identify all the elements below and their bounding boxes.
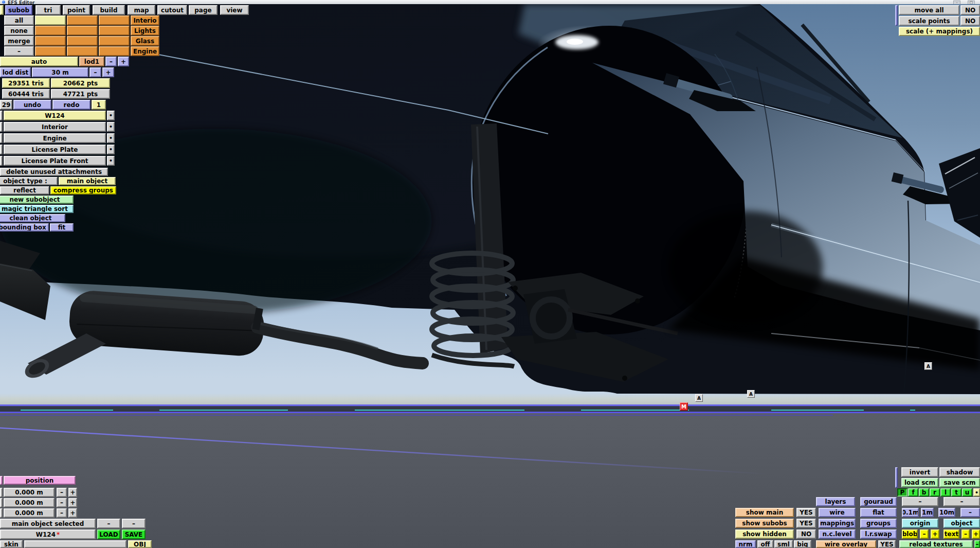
attachment-license-plate-front[interactable]: License Plate Front [4,156,106,166]
save-button[interactable]: SAVE [122,529,146,539]
vertex-marker-m[interactable]: M [680,402,688,411]
proj-button-r[interactable]: r [930,488,940,497]
position-z-plus[interactable]: + [68,508,77,518]
delete-unused-attachments-button[interactable]: delete unused attachments [0,168,108,176]
position-z-value[interactable]: 0.000 m [4,508,55,518]
vertex-marker-a1[interactable]: A [695,394,703,402]
show-subobs-label[interactable]: show subobs [735,519,794,528]
blob-plus[interactable]: + [931,529,939,539]
object-bullet[interactable]: • [107,145,115,154]
object-main-w124[interactable]: W124 [4,111,106,120]
grid-10m-button[interactable]: 10m [938,508,955,517]
nc-level-button[interactable]: n.c.level [819,529,856,539]
show-hidden-toggle[interactable]: NO [796,529,816,539]
attachment-interior[interactable]: Interior [4,122,106,132]
new-subobject-button[interactable]: new subobject [0,196,74,204]
merge-button[interactable]: merge [4,36,34,46]
nrm-off-button[interactable]: off [757,540,773,548]
reload-textures-minus[interactable]: – [974,540,980,548]
obj-export-button[interactable]: OBJ [128,540,152,548]
layer-cell[interactable] [67,15,98,25]
layer-label-lights[interactable]: Lights [131,26,159,36]
proj-button-l[interactable]: l [940,488,951,497]
gouraud-button[interactable]: gouraud [860,497,897,506]
dash-button-1[interactable]: – [902,497,938,506]
wire-button[interactable]: wire [819,508,856,517]
wire-overlay-label[interactable]: wire overlay [816,540,876,548]
proj-button-p[interactable]: P [897,488,908,497]
layer-cell[interactable] [35,36,66,46]
maximize-button[interactable]: ▢ [968,1,975,4]
skin-button[interactable]: skin [0,540,23,548]
clean-object-button[interactable]: clean object [0,214,65,222]
origin-button[interactable]: origin [902,519,938,528]
selection-dash-1[interactable]: – [97,519,120,528]
layer-cell[interactable] [67,36,98,46]
vertex-marker-a2[interactable]: A [747,390,755,398]
nrm-button[interactable]: nrm [735,540,756,548]
grid-01m-button[interactable]: 0.1m [902,508,919,517]
blob-minus[interactable]: – [920,529,929,539]
load-scm-button[interactable]: load scm [901,478,938,487]
object-type-value[interactable]: main object [59,177,116,185]
groups-button[interactable]: groups [860,519,897,528]
bounding-box-button[interactable]: bounding box [0,223,49,232]
undo-button[interactable]: undo [13,100,51,110]
show-main-label[interactable]: show main [735,508,794,517]
compress-groups-button[interactable]: compress groups [50,186,116,195]
reflect-button[interactable]: reflect [0,186,49,195]
object-bullet[interactable]: • [107,156,115,166]
layer-cell[interactable] [35,26,66,36]
grid-dash-button[interactable]: – [960,508,980,517]
grid-minus-button[interactable]: – [4,46,34,56]
skin-value-field[interactable] [24,540,126,548]
select-none-button[interactable]: none [4,26,34,36]
proj-dot-button[interactable]: • [973,488,980,497]
lod-dist-value[interactable]: 30 m [32,67,88,77]
invert-button[interactable]: invert [901,467,938,477]
object-bullet[interactable]: • [107,122,115,132]
scale-points-toggle[interactable]: NO [960,16,980,26]
wire-overlay-toggle[interactable]: YES [878,540,896,548]
move-all-button[interactable]: move all [899,5,959,15]
position-z-minus[interactable]: – [57,508,67,518]
nrm-sml-button[interactable]: sml [774,540,793,548]
position-y-minus[interactable]: – [57,498,67,507]
attachment-engine[interactable]: Engine [4,133,106,143]
mappings-button[interactable]: mappings [819,519,856,528]
select-all-button[interactable]: all [4,15,34,25]
fit-button[interactable]: fit [50,223,74,232]
position-y-plus[interactable]: + [68,498,77,507]
layer-label-glass[interactable]: Glass [131,36,159,46]
blob-button[interactable]: blob [902,529,918,539]
scale-mappings-button[interactable]: scale (+ mappings) [899,27,980,36]
menu-tab-build[interactable]: build [93,5,125,15]
move-all-toggle[interactable]: NO [960,5,980,15]
text-plus[interactable]: + [972,529,980,539]
grid-1m-button[interactable]: 1m [921,508,934,517]
auto-button[interactable]: auto [0,57,78,66]
minimize-button[interactable]: – [953,1,960,4]
layer-cell[interactable] [67,46,98,56]
redo-button[interactable]: redo [52,100,90,110]
scale-points-button[interactable]: scale points [899,16,959,26]
show-main-toggle[interactable]: YES [796,508,816,517]
layer-cell[interactable] [99,15,130,25]
show-subobs-toggle[interactable]: YES [796,519,816,528]
proj-button-b[interactable]: b [919,488,929,497]
proj-button-f[interactable]: f [908,488,918,497]
layer-cell[interactable] [99,36,130,46]
save-scm-button[interactable]: save scm [939,478,980,487]
layers-button[interactable]: layers [816,497,855,506]
position-y-value[interactable]: 0.000 m [4,498,55,507]
dash-button-2[interactable]: – [943,497,980,506]
lod1-button[interactable]: lod1 [79,57,104,66]
reload-textures-button[interactable]: reload textures [899,540,973,548]
object-bullet[interactable]: • [107,111,115,120]
position-x-value[interactable]: 0.000 m [4,488,55,497]
text-button[interactable]: text [943,529,959,539]
lr-swap-button[interactable]: l.r.swap [860,529,897,539]
menu-tab-map[interactable]: map [128,5,155,15]
menu-tab-cutout[interactable]: cutout [157,5,187,15]
nrm-big-button[interactable]: big [794,540,811,548]
